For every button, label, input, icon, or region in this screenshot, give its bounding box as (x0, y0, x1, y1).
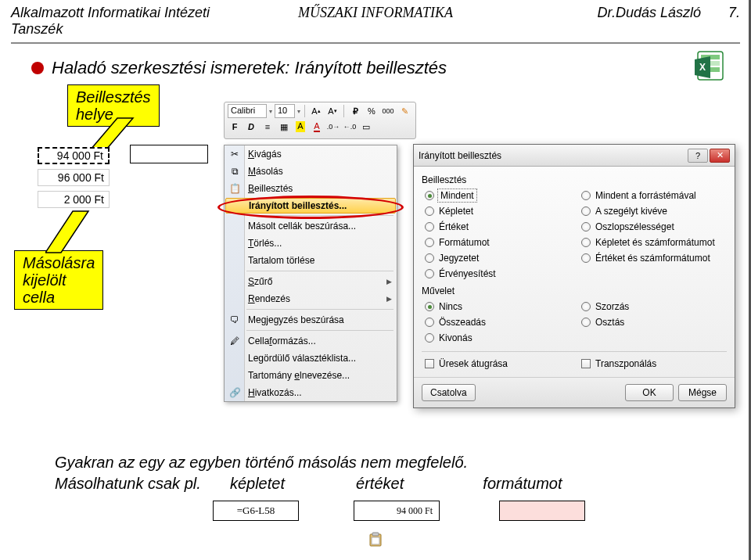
cells-sample: 94 000 Ft 96 000 Ft 2 000 Ft (38, 147, 110, 208)
percent-icon[interactable]: % (365, 104, 379, 118)
radio-label: Jegyzetet (439, 253, 479, 264)
grow-font-icon[interactable]: A▴ (309, 104, 323, 118)
menu-item[interactable]: Tartalom törlése (225, 252, 397, 269)
menu-item[interactable]: 🖉Cellaformázás... (225, 332, 397, 350)
radio-option[interactable]: Kivonás (425, 331, 570, 345)
cell-3: 2 000 Ft (38, 191, 110, 208)
dialog-titlebar: Irányított beillesztés ? ✕ (414, 145, 735, 167)
merge-icon[interactable]: ▭ (359, 120, 373, 134)
menu-item[interactable]: ✂Kivágás (225, 145, 397, 163)
font-selector[interactable]: Calibri (228, 104, 267, 118)
paste-special-dialog: Irányított beillesztés ? ✕ Beillesztés M… (413, 144, 735, 408)
menu-item-label: Tartomány elnevezése... (248, 370, 350, 381)
font-size-selector[interactable]: 10 (275, 104, 295, 118)
radio-option[interactable]: Nincs (425, 300, 570, 314)
check-transpose[interactable]: Transzponálás (581, 357, 727, 371)
radio-option[interactable]: Érvényesítést (425, 267, 570, 281)
radio-option[interactable]: Osztás (581, 315, 727, 329)
radio-option[interactable]: A szegélyt kivéve (581, 204, 727, 218)
menu-item[interactable]: Törlés... (225, 235, 397, 252)
formula-example: =G6-L58 (213, 501, 299, 521)
radio-icon (581, 222, 591, 232)
value-example: 94 000 Ft (354, 501, 440, 521)
header-page: 7. (728, 5, 740, 20)
comment-icon: 🗨 (228, 313, 242, 327)
italic-button[interactable]: D (244, 120, 258, 134)
clipboard-icon (368, 532, 383, 547)
mini-toolbar: Calibri ▾ 10 ▾ A▴ A▾ ₽ % 000 ✎ F D ≡ ▦ A… (224, 102, 416, 139)
slide-title: Haladó szerkesztési ismeretek: Irányítot… (52, 58, 447, 78)
radio-option[interactable]: Összeadás (425, 315, 570, 329)
font-color-icon[interactable]: A (310, 120, 324, 134)
excel-icon: X (693, 48, 728, 83)
radio-label: Mindent (439, 190, 476, 201)
radio-label: Összeadás (439, 317, 486, 328)
close-button[interactable]: ✕ (710, 149, 730, 163)
menu-item[interactable]: Tartomány elnevezése... (225, 367, 397, 384)
currency-icon[interactable]: ₽ (348, 104, 362, 118)
menu-item-label: Kivágás (248, 149, 282, 160)
menu-item[interactable]: Szűrő▶ (225, 273, 397, 290)
menu-item[interactable]: Irányított beillesztés... (225, 198, 396, 214)
radio-option[interactable]: Értéket (425, 220, 570, 234)
radio-icon (425, 333, 434, 343)
radio-option[interactable]: Értéket és számformátumot (581, 251, 727, 265)
bl2-b: képletet (230, 475, 285, 492)
radio-icon (425, 191, 434, 200)
decrease-decimal-icon[interactable]: ←.0 (343, 120, 357, 134)
radio-icon (425, 206, 434, 216)
menu-item[interactable]: ⧉Másolás (225, 163, 397, 180)
menu-item-label: Irányított beillesztés... (249, 200, 347, 211)
paste-link-button[interactable]: Csatolva (422, 384, 476, 401)
radio-option[interactable]: Képletet (425, 204, 570, 218)
thousands-icon[interactable]: 000 (381, 104, 395, 118)
radio-option[interactable]: Jegyzetet (425, 251, 570, 265)
menu-item[interactable]: Legördülő választéklista... (225, 350, 397, 367)
context-menu: ✂Kivágás⧉Másolás📋BeillesztésIrányított b… (224, 145, 397, 402)
radio-label: Nincs (439, 301, 462, 312)
menu-item[interactable]: 🗨Megjegyzés beszúrása (225, 311, 397, 328)
ok-button[interactable]: OK (625, 384, 674, 401)
format-icon: 🖉 (228, 334, 242, 348)
dialog-title: Irányított beillesztés (419, 150, 686, 161)
radio-label: Értéket és számformátumot (595, 253, 710, 264)
fill-color-icon[interactable]: A (293, 120, 307, 134)
svg-marker-6 (45, 211, 88, 253)
radio-icon (581, 191, 591, 200)
radio-label: Oszlopszélességet (595, 221, 674, 232)
menu-item[interactable]: 🔗Hivatkozás... (225, 384, 397, 401)
radio-option[interactable]: Szorzás (581, 300, 727, 314)
bl2-d: formátumot (483, 475, 562, 492)
align-icon[interactable]: ≡ (261, 120, 275, 134)
bold-button[interactable]: F (228, 120, 242, 134)
radio-option[interactable]: Formátumot (425, 235, 570, 249)
menu-item-label: Törlés... (248, 238, 282, 249)
cell-2: 96 000 Ft (38, 169, 110, 186)
borders-icon[interactable]: ▦ (277, 120, 291, 134)
radio-icon (425, 222, 434, 232)
radio-icon (581, 302, 591, 311)
cancel-button[interactable]: Mégse (678, 384, 727, 401)
menu-item[interactable]: Rendezés▶ (225, 290, 397, 307)
section-paste-label: Beillesztés (422, 174, 727, 185)
radio-icon (425, 253, 434, 263)
radio-option[interactable]: Képletet és számformátumot (581, 235, 727, 249)
radio-option[interactable]: Mindent (425, 188, 570, 203)
menu-item-label: Tartalom törlése (248, 255, 314, 266)
bullet-icon (31, 62, 44, 74)
menu-item[interactable]: 📋Beillesztés (225, 180, 397, 197)
help-button[interactable]: ? (688, 149, 708, 163)
menu-item[interactable]: Másolt cellák beszúrása... (225, 217, 397, 235)
radio-option[interactable]: Oszlopszélességet (581, 220, 727, 234)
check-skip-blanks[interactable]: Üresek átugrása (425, 357, 570, 371)
menu-item-label: Cellaformázás... (248, 336, 316, 346)
checkbox-icon (581, 359, 591, 368)
paste-icon: 📋 (228, 181, 242, 196)
radio-option[interactable]: Mindent a forrástémával (581, 188, 727, 203)
increase-decimal-icon[interactable]: .0→ (326, 120, 340, 134)
callout-pointer-2 (45, 210, 108, 257)
brush-icon[interactable]: ✎ (397, 104, 411, 118)
shrink-font-icon[interactable]: A▾ (325, 104, 340, 118)
radio-label: Mindent a forrástémával (595, 190, 696, 201)
radio-label: Formátumot (439, 237, 490, 248)
